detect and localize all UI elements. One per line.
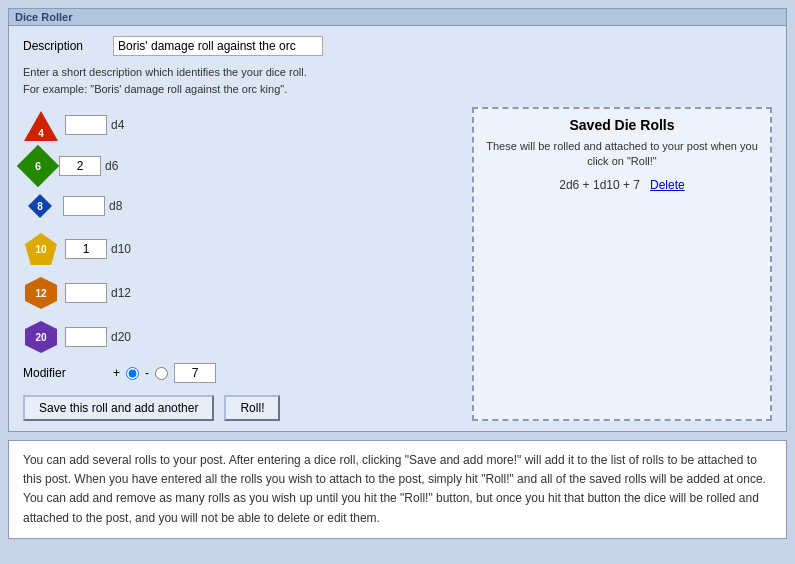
d8-input[interactable] [63, 196, 105, 216]
description-hint: Enter a short description which identifi… [23, 64, 772, 97]
modifier-input[interactable] [174, 363, 216, 383]
saved-rolls-entry: 2d6 + 1d10 + 7 Delete [482, 178, 762, 192]
d8-label: d8 [109, 199, 122, 213]
modifier-controls: + - [113, 363, 216, 383]
d6-icon: 6 [17, 145, 59, 187]
info-section: You can add several rolls to your post. … [8, 440, 787, 539]
d10-icon: 10 [23, 231, 59, 267]
die-row-d6: 6 d6 [23, 151, 462, 181]
d8-icon: 8 [23, 189, 57, 223]
modifier-row: Modifier + - [23, 363, 462, 383]
d4-icon: 4 [23, 107, 59, 143]
saved-rolls-title: Saved Die Rolls [482, 117, 762, 133]
d6-input[interactable] [59, 156, 101, 176]
d20-label: d20 [111, 330, 131, 344]
saved-rolls-hint: These will be rolled and attached to you… [482, 139, 762, 170]
die-row-d10: 10 d10 [23, 231, 462, 267]
delete-roll-link[interactable]: Delete [650, 178, 685, 192]
dice-roller-panel: Dice Roller Description Enter a short de… [8, 8, 787, 432]
panel-body: Description Enter a short description wh… [9, 26, 786, 431]
dice-inputs: 4 d4 6 d6 8 [23, 107, 462, 421]
modifier-minus-radio[interactable] [155, 367, 168, 380]
description-label: Description [23, 39, 113, 53]
panel-title: Dice Roller [9, 9, 786, 26]
die-row-d4: 4 d4 [23, 107, 462, 143]
minus-label: - [145, 366, 149, 380]
roll-button[interactable]: Roll! [224, 395, 280, 421]
info-text: You can add several rolls to your post. … [23, 451, 772, 528]
d12-label: d12 [111, 286, 131, 300]
bottom-buttons: Save this roll and add another Roll! [23, 395, 462, 421]
description-row: Description [23, 36, 772, 56]
die-row-d12: 12 d12 [23, 275, 462, 311]
d10-label: d10 [111, 242, 131, 256]
d8-icon-label: 8 [37, 201, 43, 212]
d10-icon-label: 10 [35, 244, 46, 255]
d6-icon-label: 6 [35, 160, 41, 172]
dice-section: 4 d4 6 d6 8 [23, 107, 772, 421]
d10-input[interactable] [65, 239, 107, 259]
d6-label: d6 [105, 159, 118, 173]
d4-icon-label: 4 [38, 128, 44, 139]
save-roll-button[interactable]: Save this roll and add another [23, 395, 214, 421]
d20-icon: 20 [23, 319, 59, 355]
d4-label: d4 [111, 118, 124, 132]
d20-icon-label: 20 [35, 332, 46, 343]
saved-rolls-box: Saved Die Rolls These will be rolled and… [472, 107, 772, 421]
modifier-label: Modifier [23, 366, 113, 380]
saved-rolls-formula: 2d6 + 1d10 + 7 [559, 178, 640, 192]
d20-input[interactable] [65, 327, 107, 347]
d12-icon: 12 [23, 275, 59, 311]
plus-label: + [113, 366, 120, 380]
d4-input[interactable] [65, 115, 107, 135]
die-row-d20: 20 d20 [23, 319, 462, 355]
d12-icon-label: 12 [35, 288, 46, 299]
die-row-d8: 8 d8 [23, 189, 462, 223]
d12-input[interactable] [65, 283, 107, 303]
description-input[interactable] [113, 36, 323, 56]
modifier-plus-radio[interactable] [126, 367, 139, 380]
